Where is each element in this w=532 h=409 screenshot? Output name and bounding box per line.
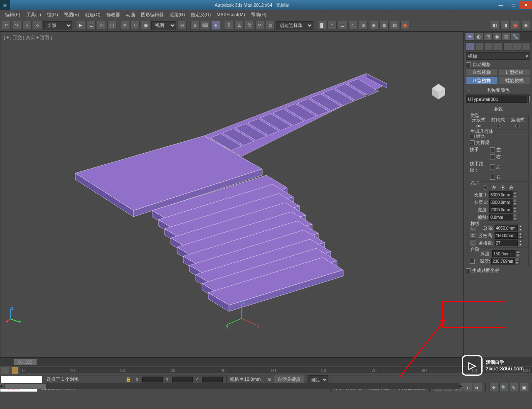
menu-render[interactable]: 渲染(R) [167,11,187,19]
snap-icon[interactable]: ◈ [211,21,220,30]
menu-edit[interactable]: 编辑(E) [2,11,23,19]
keyfilter-select[interactable]: 选定对 [308,375,328,384]
tool-c-icon[interactable]: 🫖 [511,21,520,30]
manip-icon[interactable]: ⊕ [190,21,200,30]
select-name-icon[interactable]: ☰ [86,21,96,30]
viewport-label[interactable]: [ + ] 正交 [ 真实 + 边面 ] [4,34,52,41]
material-icon[interactable]: ◉ [369,21,378,30]
layer-icon[interactable]: ☰ [338,21,347,30]
minimize-button[interactable]: — [495,1,507,9]
straight-stair-btn[interactable]: 直线楼梯 [466,69,498,76]
curve-icon[interactable]: ∿ [348,21,357,30]
lock-icon[interactable]: 🔒 [122,375,132,383]
center-icon[interactable]: ◎ [177,21,187,30]
maximize-button[interactable]: ▭ [507,1,520,9]
helpers-icon[interactable] [503,42,512,51]
play-end-icon[interactable]: ⏭ [473,383,482,392]
utilities-tab-icon[interactable]: 🔧 [511,33,520,40]
depth-check[interactable] [470,259,475,264]
keyboard-icon[interactable]: ⌨ [201,21,210,30]
angle-snap-icon[interactable]: ∠ [234,21,244,30]
link-icon[interactable]: ⟡ [22,21,32,30]
ref-coord[interactable]: 视图 [151,21,176,29]
count-lock-icon[interactable]: ⊡ [470,240,476,246]
autogrid-check[interactable] [466,62,471,67]
nav-max-icon[interactable]: ▣ [519,383,528,392]
menu-view[interactable]: 视图(V) [62,11,82,19]
box-radio[interactable] [515,124,520,128]
autokey-button[interactable]: 自动关键点 [274,375,304,383]
select-window-icon[interactable]: ◫ [107,21,116,30]
systems-icon[interactable] [522,42,531,51]
track-bar[interactable]: 0102030405060708090100 [0,366,532,375]
layout-left-radio[interactable] [483,185,488,190]
unlink-icon[interactable]: ⟡ [33,21,42,30]
tool-b-icon[interactable]: ◨ [500,21,510,30]
tool-d-icon[interactable]: ◉ [521,21,530,30]
snap3-icon[interactable]: 3 [224,21,233,30]
color-swatch[interactable] [528,96,530,103]
hand-r-check[interactable] [490,154,495,159]
motion-tab-icon[interactable]: ◉ [493,33,501,40]
nav-pan-icon[interactable]: ✥ [489,383,498,392]
hand-l-check[interactable] [490,147,495,152]
nav-zoom-icon[interactable]: 🔍 [499,383,508,392]
move-icon[interactable]: ✥ [120,21,129,30]
path-r-check[interactable] [490,175,495,180]
play-next-icon[interactable]: ▸ [463,383,472,392]
selection-filter[interactable]: 全部 [43,21,72,29]
display-tab-icon[interactable]: ▤ [502,33,510,40]
hierarchy-tab-icon[interactable]: ⊞ [484,33,492,40]
x-field[interactable] [142,377,163,382]
height-field[interactable] [495,225,518,231]
menu-animation[interactable]: 动画 [123,11,138,19]
modify-tab-icon[interactable]: ◐ [475,33,483,40]
z-field[interactable] [202,377,223,382]
viewport-hscroll[interactable]: ◂▸ [0,383,464,389]
named-selset[interactable]: 创建选择集 [276,21,313,29]
object-name-field[interactable] [466,96,527,103]
depth-field[interactable] [491,258,515,265]
menu-help[interactable]: 帮助(H) [249,11,269,19]
open-radio[interactable] [476,124,481,128]
trackbar-toggle-icon[interactable] [1,367,9,374]
layout-right-radio[interactable] [500,185,505,190]
y-field[interactable] [172,377,193,382]
category-dropdown[interactable]: 楼梯▾ [466,52,530,60]
l-stair-btn[interactable]: L 型楼梯 [499,69,531,76]
path-l-check[interactable] [490,164,495,169]
render-icon[interactable]: 🫖 [400,21,409,30]
menu-customize[interactable]: 自定义(U) [188,11,213,19]
riser-lock-icon[interactable]: ⊡ [470,232,476,239]
mirror-icon[interactable]: ▐▌ [317,21,326,30]
menu-create[interactable]: 创建(C) [82,11,103,19]
redo-icon[interactable]: ↷ [12,21,21,30]
viewcube[interactable] [426,78,451,103]
riser-field[interactable] [495,232,518,239]
thick-field[interactable] [492,250,515,257]
menu-tools[interactable]: 工具(T) [24,11,44,19]
render-frame-icon[interactable]: ▧ [390,21,399,30]
menu-graph[interactable]: 图形编辑器 [138,11,166,19]
create-tab-icon[interactable]: ✳ [466,33,474,40]
schematic-icon[interactable]: ⊞ [359,21,368,30]
render-setup-icon[interactable]: ▦ [379,21,389,30]
viewport[interactable]: [ + ] 正交 [ 真实 + 边面 ] [0,32,464,358]
length2-field[interactable] [489,199,512,206]
edit-named-icon[interactable]: ▤ [266,21,275,30]
menu-maxscript[interactable]: MAXScript(M) [214,11,247,18]
offset-field[interactable] [489,214,512,220]
menu-modifiers[interactable]: 修改器 [104,11,123,19]
spiral-stair-btn[interactable]: 螺旋楼梯 [499,77,531,84]
count-field[interactable] [495,240,518,246]
spinner-snap-icon[interactable]: ⟳ [255,21,264,30]
length1-field[interactable] [489,191,512,198]
space-warps-icon[interactable] [513,42,522,51]
select-icon[interactable]: ▶ [76,21,85,30]
support-check[interactable] [470,140,475,145]
scale-icon[interactable]: ▣ [141,21,150,30]
undo-icon[interactable]: ↶ [2,21,11,30]
stair-object[interactable]: zyx [63,73,387,331]
shapes-icon[interactable] [475,42,484,51]
rollout-name[interactable]: 名称和颜色 [466,86,530,95]
